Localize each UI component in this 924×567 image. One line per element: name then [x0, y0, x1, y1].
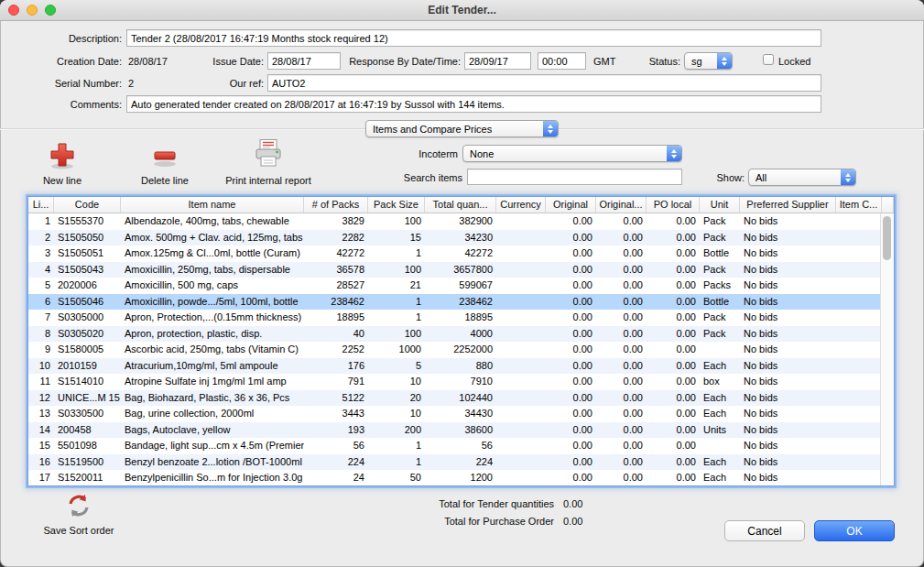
popup-arrows-icon — [667, 146, 681, 161]
table-body: 1S1555370Albendazole, 400mg, tabs, chewa… — [28, 213, 880, 485]
search-items-input[interactable] — [467, 169, 682, 185]
table-row[interactable]: 13S0330500Bag, urine collection, 2000ml3… — [28, 406, 880, 422]
delete-line-button[interactable]: Delete line — [128, 139, 201, 186]
table-cell: Amoxicillin, powde.../5ml, 100ml, bottle — [121, 294, 304, 311]
table-cell: Albendazole, 400mg, tabs, chewable — [121, 213, 304, 230]
column-header[interactable]: # of Packs — [304, 197, 368, 213]
table-cell: 11 — [28, 374, 54, 390]
table-cell: 0.00 — [647, 294, 700, 311]
table-cell: 7 — [28, 310, 54, 326]
column-header[interactable]: Item C... — [836, 197, 882, 213]
view-mode-select[interactable]: Items and Compare Prices — [365, 120, 559, 137]
table-cell: No bids — [740, 438, 836, 454]
table-cell — [496, 454, 546, 471]
column-header[interactable]: Li... — [28, 197, 54, 213]
printer-icon — [252, 137, 285, 172]
creation-date-label: Creation Date: — [0, 56, 122, 67]
table-row[interactable]: 4S1505043Amoxicillin, 250mg, tabs, dispe… — [28, 262, 880, 278]
our-ref-input[interactable] — [267, 74, 821, 92]
cancel-button[interactable]: Cancel — [724, 520, 805, 541]
column-header[interactable]: Preferred Supplier — [740, 197, 836, 213]
table-cell: 9 — [28, 342, 54, 358]
table-cell — [836, 262, 880, 278]
response-time-input[interactable] — [538, 52, 586, 70]
print-internal-report-label: Print internal report — [225, 175, 311, 186]
table-row[interactable]: 6S1505046Amoxicillin, powde.../5ml, 100m… — [28, 294, 880, 311]
table-cell: 238462 — [304, 294, 368, 311]
issue-date-input[interactable] — [267, 52, 341, 70]
table-cell: Atropine Sulfate inj 1mg/ml 1ml amp — [121, 374, 304, 390]
save-sort-order-button[interactable]: Save Sort order — [33, 493, 125, 536]
status-select[interactable]: sg — [684, 52, 733, 70]
table-cell: 0.00 — [596, 342, 647, 358]
column-header[interactable]: Pack Size — [368, 197, 425, 213]
column-header[interactable]: Item name — [121, 197, 304, 213]
table-cell: 1000 — [368, 342, 425, 358]
table-cell — [836, 245, 880, 262]
incoterm-select-value: None — [463, 148, 667, 159]
table-row[interactable]: 17S1520011Benzylpenicillin So...m for In… — [28, 470, 880, 485]
locked-checkbox[interactable] — [763, 54, 774, 65]
table-cell — [700, 342, 740, 358]
items-table: Li...CodeItem name# of PacksPack SizeTot… — [27, 196, 895, 486]
table-cell: 56 — [425, 438, 496, 454]
response-date-input[interactable] — [464, 52, 531, 70]
table-cell: 10 — [368, 374, 425, 390]
column-header[interactable]: Currency — [496, 197, 546, 213]
new-line-button[interactable]: New line — [26, 139, 99, 186]
column-header[interactable]: Code — [54, 197, 121, 213]
table-row[interactable]: 52020006Amoxicillin, 500 mg, caps2852721… — [28, 278, 880, 294]
table-cell: 382900 — [425, 213, 496, 230]
show-filter-select[interactable]: All — [748, 169, 856, 186]
table-row[interactable]: 14200458Bags, Autoclave, yellow193200386… — [28, 422, 880, 439]
table-cell: 1 — [368, 310, 425, 326]
table-cell — [836, 310, 880, 326]
table-row[interactable]: 16S1519500Benzyl benzoate 2...lotion /BO… — [28, 454, 880, 471]
column-header[interactable]: Original — [546, 197, 596, 213]
issue-date-label: Issue Date: — [183, 56, 264, 67]
table-cell: Amox. 500mg + Clav. acid, 125mg, tabs — [121, 230, 304, 246]
table-cell: 193 — [304, 422, 368, 439]
table-cell: 880 — [425, 358, 496, 375]
scrollbar-thumb[interactable] — [883, 216, 891, 260]
column-header[interactable]: Unit — [700, 197, 740, 213]
popup-arrows-icon — [717, 53, 732, 69]
table-cell: No bids — [740, 213, 836, 230]
comments-input[interactable] — [126, 95, 821, 113]
title-bar[interactable]: Edit Tender... — [0, 0, 924, 21]
column-header[interactable]: PO local — [647, 197, 700, 213]
table-row[interactable]: 102010159Atracurium,10mg/ml, 5ml ampoule… — [28, 358, 880, 375]
table-row[interactable]: 7S0305000Apron, Protection,...(0.15mm th… — [28, 310, 880, 326]
zoom-button-icon[interactable] — [45, 5, 56, 16]
column-header[interactable]: Original... — [596, 197, 647, 213]
show-label: Show: — [682, 172, 745, 183]
table-row[interactable]: 11S1514010Atropine Sulfate inj 1mg/ml 1m… — [28, 374, 880, 390]
table-row[interactable]: 2S1505050Amox. 500mg + Clav. acid, 125mg… — [28, 230, 880, 246]
close-button-icon[interactable] — [8, 5, 19, 16]
table-cell: 42272 — [425, 245, 496, 262]
table-row[interactable]: 9S1580005Ascorbic acid, 250mg, tabs (Vit… — [28, 342, 880, 358]
print-internal-report-button[interactable]: Print internal report — [218, 137, 319, 186]
ok-button[interactable]: OK — [814, 520, 895, 541]
table-cell: Benzyl benzoate 2...lotion /BOT-1000ml — [121, 454, 304, 471]
table-cell: 0.00 — [596, 454, 647, 471]
table-cell: 12 — [28, 390, 54, 407]
table-row[interactable]: 3S1505051Amox.125mg & Cl...0ml, bottle (… — [28, 245, 880, 262]
vertical-scrollbar[interactable] — [880, 213, 894, 485]
table-row[interactable]: 8S0305020Apron, protection, plastic, dis… — [28, 326, 880, 343]
minimize-button-icon[interactable] — [27, 5, 38, 16]
table-row[interactable]: 12UNICE...M 15Bag, Biohazard, Plastic, 3… — [28, 390, 880, 407]
table-cell: 0.00 — [546, 262, 596, 278]
table-cell: Pack — [700, 310, 740, 326]
table-cell: No bids — [740, 454, 836, 471]
response-by-label: Response By Date/Time: — [339, 56, 461, 67]
table-row[interactable]: 155501098Bandage, light sup...cm x 4.5m … — [28, 438, 880, 454]
table-cell: 2282 — [304, 230, 368, 246]
column-header[interactable]: Total quan... — [425, 197, 496, 213]
table-cell — [496, 342, 546, 358]
table-row[interactable]: 1S1555370Albendazole, 400mg, tabs, chewa… — [28, 213, 880, 230]
table-cell: 0.00 — [546, 310, 596, 326]
table-cell: Bottle — [700, 245, 740, 262]
description-input[interactable] — [126, 29, 821, 47]
incoterm-select[interactable]: None — [462, 145, 682, 162]
